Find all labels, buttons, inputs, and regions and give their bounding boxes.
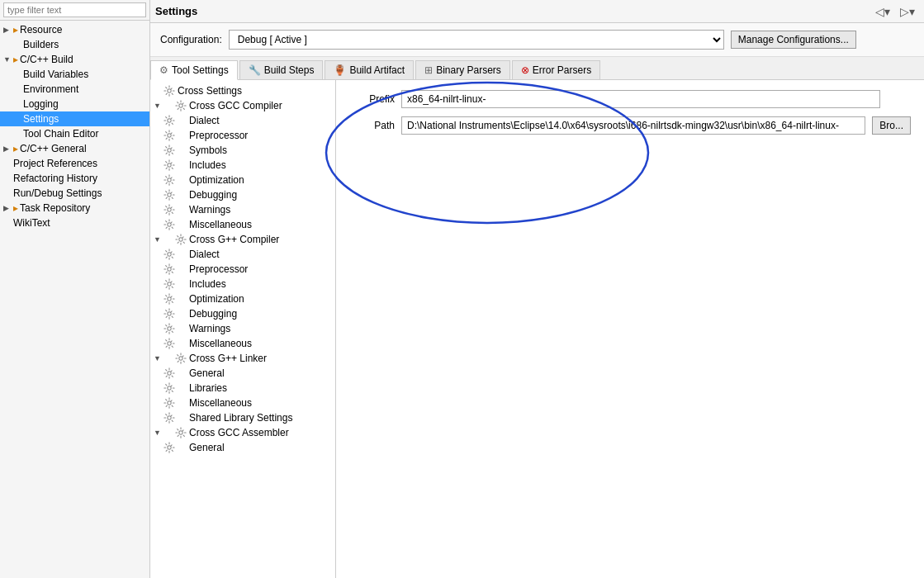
path-row: Path Bro... bbox=[349, 116, 911, 135]
tool-tree-item-dialect[interactable]: Dialect bbox=[150, 113, 335, 128]
sidebar-item-refactoring-history[interactable]: Refactoring History bbox=[0, 171, 149, 186]
tool-tree-item-debugging[interactable]: Debugging bbox=[150, 187, 335, 202]
tab-error-parsers[interactable]: ⊗Error Parsers bbox=[512, 60, 600, 79]
gear-icon-cross-gpp-compiler bbox=[175, 234, 187, 245]
sidebar-label: Builders bbox=[23, 39, 59, 50]
tool-tree-item-optimization-gpp[interactable]: Optimization bbox=[150, 291, 335, 306]
sidebar-item-wikitext[interactable]: WikiText bbox=[0, 216, 149, 230]
tool-tree-item-warnings[interactable]: Warnings bbox=[150, 202, 335, 217]
sidebar-label: Logging bbox=[23, 98, 59, 110]
gear-icon-debugging bbox=[163, 189, 175, 201]
sidebar-label: Task Repository bbox=[20, 202, 90, 214]
tab-label-build-artifact: Build Artifact bbox=[349, 64, 405, 76]
tab-icon-build-artifact: 🏺 bbox=[334, 64, 346, 76]
sidebar: ▶▸ResourceBuilders▼▸C/C++ BuildBuild Var… bbox=[0, 0, 150, 578]
sidebar-item-environment[interactable]: Environment bbox=[0, 82, 149, 97]
tool-label-cross-gcc-compiler: Cross GCC Compiler bbox=[189, 100, 282, 111]
tab-build-steps[interactable]: 🔧Build Steps bbox=[239, 60, 324, 79]
sidebar-label: Run/Debug Settings bbox=[13, 187, 102, 199]
tool-tree-item-symbols[interactable]: Symbols bbox=[150, 143, 335, 158]
config-select[interactable]: Debug [ Active ] bbox=[229, 30, 724, 50]
sidebar-item-project-references[interactable]: Project References bbox=[0, 156, 149, 171]
expand-icon: ▶ bbox=[3, 204, 13, 212]
folder-icon: ▸ bbox=[13, 143, 18, 154]
sidebar-item-run-debug-settings[interactable]: Run/Debug Settings bbox=[0, 186, 149, 201]
sidebar-item-task-repository[interactable]: ▶▸Task Repository bbox=[0, 201, 149, 216]
tool-tree-item-dialect-gpp[interactable]: Dialect bbox=[150, 247, 335, 262]
back-button[interactable]: ◁▾ bbox=[871, 2, 894, 21]
tab-binary-parsers[interactable]: ⊞Binary Parsers bbox=[415, 60, 510, 79]
tool-tree-item-cross-settings[interactable]: Cross Settings bbox=[150, 83, 335, 98]
browse-button[interactable]: Bro... bbox=[872, 116, 911, 135]
tool-tree-item-general-assembler[interactable]: General bbox=[150, 440, 335, 455]
toolbar-nav: ◁▾ ▷▾ bbox=[871, 2, 919, 21]
gear-icon-dialect bbox=[163, 115, 175, 126]
path-input[interactable] bbox=[401, 116, 865, 135]
tool-tree-item-cross-gpp-linker[interactable]: ▼ Cross G++ Linker bbox=[150, 351, 335, 366]
sidebar-label: WikiText bbox=[13, 217, 50, 229]
prefix-input[interactable] bbox=[401, 90, 880, 108]
tool-tree-item-preprocessor[interactable]: Preprocessor bbox=[150, 128, 335, 143]
sidebar-filter-area bbox=[0, 0, 149, 21]
gear-icon-libraries bbox=[163, 382, 175, 394]
tool-label-cross-gcc-assembler: Cross GCC Assembler bbox=[189, 427, 289, 438]
sidebar-tree: ▶▸ResourceBuilders▼▸C/C++ BuildBuild Var… bbox=[0, 21, 149, 578]
path-label: Path bbox=[349, 120, 395, 131]
tool-tree-panel: Cross Settings▼ Cross GCC Compiler Diale… bbox=[150, 80, 336, 578]
tool-tree-item-includes[interactable]: Includes bbox=[150, 158, 335, 173]
gear-icon-includes bbox=[163, 159, 175, 171]
tool-label-cross-settings: Cross Settings bbox=[178, 85, 242, 97]
sidebar-item-builders[interactable]: Builders bbox=[0, 37, 149, 52]
tool-label-includes-gpp: Includes bbox=[189, 278, 226, 290]
gear-icon-preprocessor-gpp bbox=[163, 263, 175, 275]
tab-tool-settings[interactable]: ⚙Tool Settings bbox=[150, 60, 238, 80]
sidebar-item-cpp-general[interactable]: ▶▸C/C++ General bbox=[0, 141, 149, 156]
tool-tree-item-cross-gcc-assembler[interactable]: ▼ Cross GCC Assembler bbox=[150, 425, 335, 440]
tab-build-artifact[interactable]: 🏺Build Artifact bbox=[325, 60, 414, 79]
sidebar-item-settings[interactable]: Settings bbox=[0, 111, 149, 126]
tool-tree-item-warnings-gpp[interactable]: Warnings bbox=[150, 321, 335, 336]
tool-label-includes: Includes bbox=[189, 159, 226, 171]
tool-tree-item-debugging-gpp[interactable]: Debugging bbox=[150, 306, 335, 321]
tool-label-preprocessor: Preprocessor bbox=[189, 130, 248, 141]
tool-label-debugging-gpp: Debugging bbox=[189, 308, 237, 320]
tool-tree-item-miscellaneous-linker[interactable]: Miscellaneous bbox=[150, 396, 335, 410]
manage-configs-button[interactable]: Manage Configurations... bbox=[731, 31, 856, 49]
tool-tree-item-optimization[interactable]: Optimization bbox=[150, 173, 335, 187]
prefix-label: Prefix bbox=[349, 93, 395, 105]
tool-tree-item-libraries[interactable]: Libraries bbox=[150, 381, 335, 396]
tool-tree-item-includes-gpp[interactable]: Includes bbox=[150, 277, 335, 291]
sidebar-item-resource[interactable]: ▶▸Resource bbox=[0, 22, 149, 37]
tool-label-warnings: Warnings bbox=[189, 204, 230, 216]
filter-input[interactable] bbox=[3, 2, 146, 17]
config-label: Configuration: bbox=[160, 34, 222, 45]
tool-tree-item-cross-gpp-compiler[interactable]: ▼ Cross G++ Compiler bbox=[150, 232, 335, 247]
tree-expand-cross-gcc-assembler: ▼ bbox=[154, 429, 163, 437]
top-toolbar: Settings ◁▾ ▷▾ bbox=[150, 0, 924, 23]
tree-expand-cross-gpp-linker: ▼ bbox=[154, 354, 163, 362]
tool-tree-item-miscellaneous-gpp[interactable]: Miscellaneous bbox=[150, 336, 335, 351]
tool-tree-item-preprocessor-gpp[interactable]: Preprocessor bbox=[150, 262, 335, 277]
config-bar: Configuration: Debug [ Active ] Manage C… bbox=[150, 23, 924, 57]
sidebar-item-cpp-build[interactable]: ▼▸C/C++ Build bbox=[0, 52, 149, 67]
forward-button[interactable]: ▷▾ bbox=[896, 2, 919, 21]
sidebar-item-logging[interactable]: Logging bbox=[0, 97, 149, 111]
tool-label-optimization: Optimization bbox=[189, 174, 244, 186]
tool-tree-item-general-linker[interactable]: General bbox=[150, 366, 335, 381]
tool-label-debugging: Debugging bbox=[189, 189, 237, 201]
sidebar-label: Build Variables bbox=[23, 69, 88, 80]
tool-label-warnings-gpp: Warnings bbox=[189, 323, 230, 334]
gear-icon-symbols bbox=[163, 144, 175, 156]
content-area: Settings ◁▾ ▷▾ Configuration: Debug [ Ac… bbox=[150, 0, 924, 578]
prefix-row: Prefix bbox=[349, 90, 911, 108]
tab-label-error-parsers: Error Parsers bbox=[533, 64, 591, 76]
main-container: ▶▸ResourceBuilders▼▸C/C++ BuildBuild Var… bbox=[0, 0, 924, 578]
sidebar-item-tool-chain-editor[interactable]: Tool Chain Editor bbox=[0, 126, 149, 141]
tool-tree-item-miscellaneous-gcc[interactable]: Miscellaneous bbox=[150, 217, 335, 232]
sidebar-label: Tool Chain Editor bbox=[23, 128, 98, 140]
tool-tree-item-cross-gcc-compiler[interactable]: ▼ Cross GCC Compiler bbox=[150, 98, 335, 113]
tool-tree-item-shared-library-settings[interactable]: Shared Library Settings bbox=[150, 410, 335, 425]
tab-icon-tool-settings: ⚙ bbox=[159, 64, 168, 76]
sidebar-item-build-variables[interactable]: Build Variables bbox=[0, 67, 149, 82]
expand-icon: ▶ bbox=[3, 144, 13, 153]
